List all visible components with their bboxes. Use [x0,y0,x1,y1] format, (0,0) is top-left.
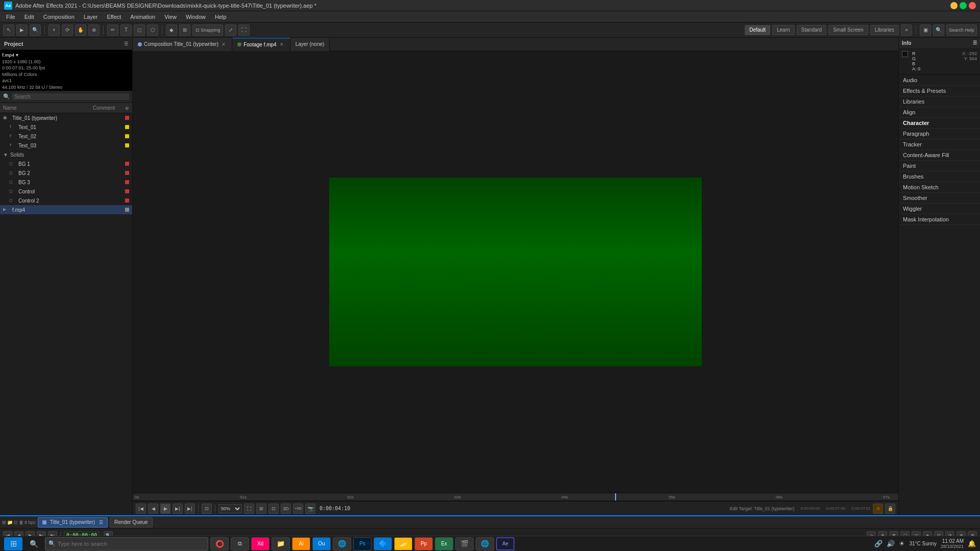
task-ae-2[interactable]: Ae [496,537,514,550]
maximize-button[interactable] [960,2,967,9]
tl-icon-2[interactable]: 📁 [7,520,13,525]
panel-paint[interactable]: Paint [899,161,980,171]
panel-motion-sketch[interactable]: Motion Sketch [899,182,980,193]
task-folder[interactable]: 📂 [394,537,412,550]
volume-icon[interactable]: 🔊 [887,540,895,547]
panel-tracker[interactable]: Tracker [899,139,980,150]
task-task-view[interactable]: ⧉ [231,537,249,550]
panel-character[interactable]: Character [899,118,980,129]
footage-tab-close[interactable]: ✕ [279,41,285,47]
comp-tab-menu[interactable]: ☰ [99,520,103,525]
tool-extra-1[interactable]: ◆ [166,24,177,36]
panel-align[interactable]: Align [899,107,980,118]
workspace-more[interactable]: » [901,24,912,36]
menu-layer[interactable]: Layer [80,13,102,21]
task-ai[interactable]: Ai [292,537,310,550]
shape-tool[interactable]: ◻ [134,24,145,36]
menu-composition[interactable]: Composition [39,13,79,21]
fullscreen-btn[interactable]: ⛶ [238,24,250,36]
tab-composition[interactable]: Composition Title_01 (typewriter) ✕ [133,38,232,51]
vc-mask[interactable]: ⊡ [268,504,279,514]
project-item-fmp4[interactable]: ▶ f.mp4 [0,205,132,214]
project-item-text03[interactable]: T Text_03 [0,141,132,150]
workspace-learn[interactable]: Learn [772,25,795,35]
panel-content-aware[interactable]: Content-Aware Fill [899,150,980,161]
text-tool[interactable]: T [120,24,132,36]
network-icon[interactable]: 🔗 [874,540,883,547]
project-item-control2[interactable]: ◻ Control 2 [0,196,132,205]
task-ppt[interactable]: Pp [414,537,433,550]
taskbar-search[interactable]: 🔍 [45,537,208,550]
task-excel[interactable]: Ex [435,537,453,550]
panel-paragraph[interactable]: Paragraph [899,129,980,139]
project-item-control[interactable]: ◻ Control [0,187,132,196]
project-item-bg1[interactable]: ◻ BG 1 [0,159,132,168]
close-button[interactable] [969,2,976,9]
tab-layer[interactable]: Layer (none) [290,38,330,51]
menu-effect[interactable]: Effect [103,13,125,21]
task-edge[interactable]: 🔷 [374,537,392,550]
pen-tool[interactable]: ✏ [107,24,118,36]
task-chrome[interactable]: 🌐 [476,537,494,550]
snapping-toggle[interactable]: ⊡ Snapping [192,24,223,36]
menu-edit[interactable]: Edit [20,13,38,21]
task-xd[interactable]: Xd [251,537,270,550]
monitor-btn[interactable]: ▣ [920,24,931,36]
vc-first[interactable]: |◀ [136,504,146,514]
task-search-icon[interactable]: 🔍 [24,537,43,550]
vc-lock[interactable]: 🔒 [885,504,895,514]
vc-camera[interactable]: 📷 [305,504,315,514]
vc-warn[interactable]: ⚠ [873,504,883,514]
tool-4[interactable]: ⊕ [88,24,100,36]
vc-play[interactable]: ▶ [160,504,170,514]
zoom-tool[interactable]: 🔍 [30,24,41,36]
menu-window[interactable]: Window [182,13,210,21]
project-item-bg2[interactable]: ◻ BG 2 [0,168,132,178]
project-search-input[interactable] [12,93,129,100]
vc-prev-frame[interactable]: ◀ [148,504,158,514]
panel-libraries[interactable]: Libraries [899,96,980,107]
project-item-text01[interactable]: T Text_01 [0,122,132,132]
search-help-btn[interactable]: Search Help [946,24,977,36]
tool-2[interactable]: ⟳ [62,24,73,36]
comp-tab-title01[interactable]: Title_01 (typewriter) ☰ [38,517,108,528]
timeline-ruler[interactable]: 0s 01s 02s 03s 04s 05s 06s 07s [133,493,898,501]
brush-tool[interactable]: ⬡ [147,24,158,36]
vc-next-frame[interactable]: ▶| [173,504,183,514]
taskbar-search-input[interactable] [58,541,205,547]
play-btn[interactable]: ▶ [16,24,28,36]
tool-1[interactable]: + [48,24,60,36]
panel-brushes[interactable]: Brushes [899,171,980,182]
tl-icon-4[interactable]: 🗑 [19,520,23,525]
tool-3[interactable]: ✋ [75,24,86,36]
task-photoshop[interactable]: Ps [353,537,372,550]
panel-audio[interactable]: Audio [899,75,980,86]
tab-footage[interactable]: Footage f.mp4 ✕ [232,38,290,51]
task-browser[interactable]: 🌐 [333,537,351,550]
task-fileexplorer[interactable]: 📁 [272,537,290,550]
task-cortana[interactable]: ⭕ [210,537,229,550]
menu-help[interactable]: Help [211,13,231,21]
project-item-bg3[interactable]: ◻ BG 3 [0,178,132,187]
vc-last[interactable]: ▶| [185,504,195,514]
workspace-libraries[interactable]: Libraries [870,25,899,35]
create-folder-btn[interactable]: ⊕ [125,106,129,111]
panel-smoother[interactable]: Smoother [899,193,980,204]
task-media[interactable]: 🎬 [455,537,474,550]
tool-extra-2[interactable]: ⊞ [179,24,190,36]
panel-mask-interpolation[interactable]: Mask Interpolation [899,214,980,225]
workspace-standard[interactable]: Standard [797,25,827,35]
snap-icon[interactable]: ⤢ [225,24,236,36]
workspace-default[interactable]: Default [745,25,770,35]
menu-animation[interactable]: Animation [126,13,159,21]
info-menu[interactable]: ☰ [973,40,977,45]
search-btn[interactable]: 🔍 [933,24,944,36]
selection-tool[interactable]: ↖ [3,24,14,36]
vc-ram-preview[interactable]: ⊡ [202,504,212,514]
tl-icon-3[interactable]: ⊡ [14,520,18,525]
minimize-button[interactable] [950,2,958,9]
project-item-text02[interactable]: T Text_02 [0,132,132,141]
project-item-title01[interactable]: ▣ Title_01 (typewriter) [0,113,132,122]
project-item-solids[interactable]: ▼ Solids [0,150,132,159]
vc-3d[interactable]: 3D [281,504,291,514]
